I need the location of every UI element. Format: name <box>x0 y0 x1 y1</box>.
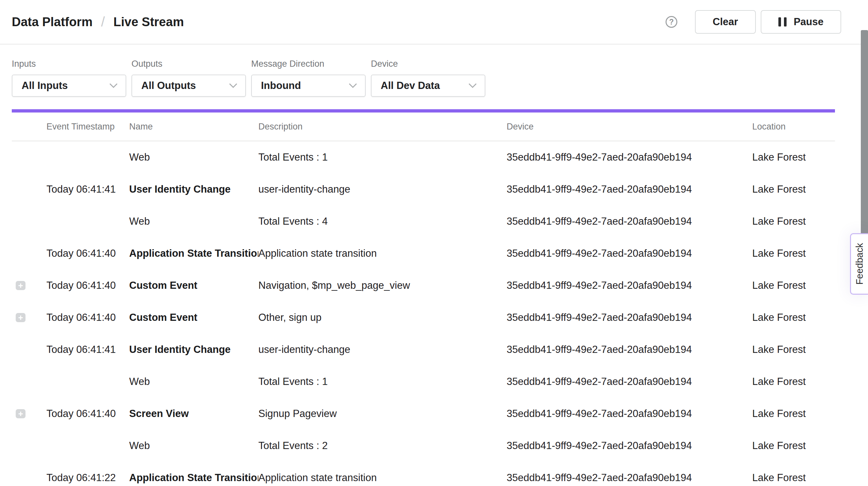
table-row[interactable]: + Web Total Events : 2 35eddb41-9ff9-49e… <box>12 430 835 462</box>
filter-message-direction-label: Message Direction <box>251 59 366 69</box>
cell-location: Lake Forest <box>752 215 835 227</box>
cell-description: Total Events : 1 <box>258 151 506 163</box>
pause-icon <box>778 17 786 27</box>
cell-name: Custom Event <box>129 312 258 324</box>
cell-location: Lake Forest <box>752 312 835 324</box>
help-icon[interactable]: ? <box>665 16 677 28</box>
cell-description: Total Events : 1 <box>258 376 506 388</box>
header-name: Name <box>129 122 258 132</box>
cell-description: Total Events : 2 <box>258 440 506 452</box>
table-row[interactable]: + Today 06:41:41 User Identity Change us… <box>12 173 835 205</box>
feedback-tab[interactable]: Feedback <box>850 233 868 295</box>
table-row[interactable]: + Web Total Events : 1 35eddb41-9ff9-49e… <box>12 366 835 398</box>
cell-device: 35eddb41-9ff9-49e2-7aed-20afa90eb194 <box>506 472 752 484</box>
table-row[interactable]: + Web Total Events : 1 35eddb41-9ff9-49e… <box>12 141 835 173</box>
device-select-value: All Dev Data <box>381 80 440 92</box>
pause-button-label: Pause <box>794 16 824 28</box>
expand-plus-icon[interactable]: + <box>16 281 26 290</box>
cell-name: Web <box>129 151 258 163</box>
cell-location: Lake Forest <box>752 408 835 420</box>
expand-plus-icon[interactable]: + <box>16 313 26 322</box>
filter-inputs: Inputs All Inputs <box>12 59 126 97</box>
header-device: Device <box>506 122 752 132</box>
cell-device: 35eddb41-9ff9-49e2-7aed-20afa90eb194 <box>506 440 752 452</box>
cell-timestamp: Today 06:41:40 <box>46 248 129 260</box>
clear-button-label: Clear <box>713 16 738 28</box>
message-direction-select[interactable]: Inbound <box>251 74 366 97</box>
cell-timestamp: Today 06:41:40 <box>46 280 129 292</box>
inputs-select[interactable]: All Inputs <box>12 74 126 97</box>
cell-location: Lake Forest <box>752 248 835 260</box>
cell-location: Lake Forest <box>752 376 835 388</box>
event-table-body: + Web Total Events : 1 35eddb41-9ff9-49e… <box>0 141 868 486</box>
cell-device: 35eddb41-9ff9-49e2-7aed-20afa90eb194 <box>506 248 752 260</box>
cell-name: User Identity Change <box>129 183 258 195</box>
cell-description: Application state transition <box>258 472 506 484</box>
table-row[interactable]: + Today 06:41:22 Application State Trans… <box>12 462 835 486</box>
table-row[interactable]: + Today 06:41:40 Screen View Signup Page… <box>12 398 835 430</box>
chevron-down-icon <box>229 83 238 88</box>
cell-device: 35eddb41-9ff9-49e2-7aed-20afa90eb194 <box>506 408 752 420</box>
table-row[interactable]: + Web Total Events : 4 35eddb41-9ff9-49e… <box>12 205 835 238</box>
cell-name: Custom Event <box>129 280 258 292</box>
breadcrumb-item-data-platform[interactable]: Data Platform <box>12 15 93 29</box>
table-row[interactable]: + Today 06:41:40 Custom Event Navigation… <box>12 270 835 302</box>
cell-description: user-identity-change <box>258 344 506 356</box>
filter-outputs: Outputs All Outputs <box>131 59 246 97</box>
cell-device: 35eddb41-9ff9-49e2-7aed-20afa90eb194 <box>506 183 752 195</box>
cell-expand: + <box>12 281 46 290</box>
table-row[interactable]: + Today 06:41:41 User Identity Change us… <box>12 334 835 366</box>
cell-description: Application state transition <box>258 248 506 260</box>
expand-plus-icon[interactable]: + <box>16 409 26 418</box>
cell-description: user-identity-change <box>258 183 506 195</box>
filter-device-label: Device <box>371 59 485 69</box>
clear-button[interactable]: Clear <box>695 10 756 34</box>
cell-location: Lake Forest <box>752 183 835 195</box>
filter-outputs-label: Outputs <box>131 59 246 69</box>
cell-timestamp: Today 06:41:41 <box>46 183 129 195</box>
feedback-tab-label: Feedback <box>854 243 865 284</box>
cell-device: 35eddb41-9ff9-49e2-7aed-20afa90eb194 <box>506 215 752 227</box>
cell-expand: + <box>12 409 46 418</box>
cell-location: Lake Forest <box>752 344 835 356</box>
scrollbar-thumb[interactable] <box>861 30 868 243</box>
cell-timestamp: Today 06:41:22 <box>46 472 129 484</box>
cell-name: Web <box>129 215 258 227</box>
chevron-down-icon <box>349 83 357 88</box>
header-description: Description <box>258 122 506 132</box>
outputs-select-value: All Outputs <box>141 80 196 92</box>
chevron-down-icon <box>468 83 477 88</box>
header-event-timestamp: Event Timestamp <box>46 122 129 132</box>
cell-location: Lake Forest <box>752 440 835 452</box>
cell-description: Other, sign up <box>258 312 506 324</box>
filter-device: Device All Dev Data <box>371 59 485 97</box>
topbar: Data Platform / Live Stream ? Clear Paus… <box>0 0 868 44</box>
table-row[interactable]: + Today 06:41:40 Application State Trans… <box>12 238 835 270</box>
cell-device: 35eddb41-9ff9-49e2-7aed-20afa90eb194 <box>506 280 752 292</box>
cell-name: Application State Transition <box>129 472 258 484</box>
breadcrumb-separator-icon: / <box>93 14 114 30</box>
cell-name: Application State Transition <box>129 248 258 260</box>
cell-location: Lake Forest <box>752 151 835 163</box>
breadcrumb: Data Platform / Live Stream <box>12 14 184 30</box>
pause-button[interactable]: Pause <box>761 10 841 34</box>
header-location: Location <box>752 122 835 132</box>
table-header: Event Timestamp Name Description Device … <box>12 113 835 141</box>
device-select[interactable]: All Dev Data <box>371 74 485 97</box>
cell-name: User Identity Change <box>129 344 258 356</box>
cell-name: Web <box>129 440 258 452</box>
cell-device: 35eddb41-9ff9-49e2-7aed-20afa90eb194 <box>506 376 752 388</box>
cell-description: Signup Pageview <box>258 408 506 420</box>
chevron-down-icon <box>109 83 118 88</box>
filter-bar: Inputs All Inputs Outputs All Outputs Me… <box>0 44 868 97</box>
breadcrumb-item-live-stream: Live Stream <box>114 15 184 29</box>
live-stream-page: Data Platform / Live Stream ? Clear Paus… <box>0 0 868 486</box>
cell-timestamp: Today 06:41:40 <box>46 312 129 324</box>
cell-description: Total Events : 4 <box>258 215 506 227</box>
cell-device: 35eddb41-9ff9-49e2-7aed-20afa90eb194 <box>506 312 752 324</box>
outputs-select[interactable]: All Outputs <box>131 74 246 97</box>
cell-device: 35eddb41-9ff9-49e2-7aed-20afa90eb194 <box>506 344 752 356</box>
table-row[interactable]: + Today 06:41:40 Custom Event Other, sig… <box>12 302 835 334</box>
cell-description: Navigation, $mp_web_page_view <box>258 280 506 292</box>
message-direction-select-value: Inbound <box>261 80 301 92</box>
